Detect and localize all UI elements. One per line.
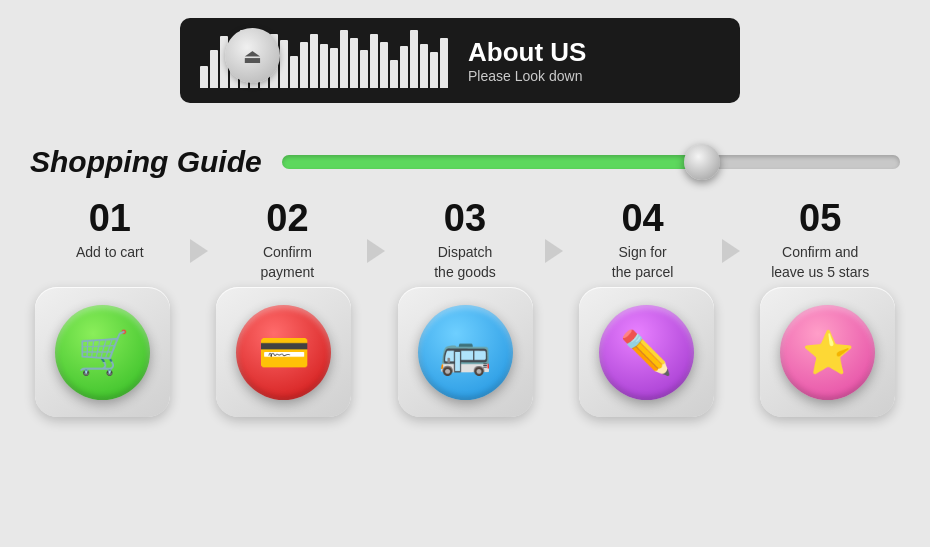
slider-thumb[interactable] bbox=[684, 144, 720, 180]
banner-text: About US Please Look down bbox=[468, 37, 586, 84]
eject-button[interactable]: ⏏ bbox=[225, 28, 280, 83]
eq-bar bbox=[410, 30, 418, 88]
icon-circle-2: 💳 bbox=[236, 305, 331, 400]
arrow-icon-3 bbox=[545, 239, 563, 263]
icon-box-3[interactable]: 🚌 bbox=[398, 287, 533, 417]
eq-bar bbox=[200, 66, 208, 88]
step-label-4: Sign for the parcel bbox=[612, 243, 673, 282]
step-col-2: 02Confirm payment bbox=[208, 199, 368, 282]
arrow-icon-1 bbox=[190, 239, 208, 263]
eq-bar bbox=[360, 50, 368, 88]
eq-bar bbox=[440, 38, 448, 88]
step-number-3: 03 bbox=[444, 199, 486, 237]
eq-bar bbox=[400, 46, 408, 88]
eq-bar bbox=[430, 52, 438, 88]
icon-circle-1: 🛒 bbox=[55, 305, 150, 400]
step-col-5: 05Confirm and leave us 5 stars bbox=[740, 199, 900, 282]
eq-bar bbox=[320, 44, 328, 88]
eq-bar bbox=[350, 38, 358, 88]
step-col-3: 03Dispatch the goods bbox=[385, 199, 545, 282]
step-number-4: 04 bbox=[621, 199, 663, 237]
shopping-guide-section: Shopping Guide 01Add to cart02Confirm pa… bbox=[30, 145, 900, 417]
icon-box-1[interactable]: 🛒 bbox=[35, 287, 170, 417]
arrow-4 bbox=[722, 199, 740, 263]
eq-bar bbox=[340, 30, 348, 88]
eq-bar bbox=[330, 48, 338, 88]
eq-bar bbox=[390, 60, 398, 88]
arrow-icon-4 bbox=[722, 239, 740, 263]
eq-bar bbox=[310, 34, 318, 88]
banner-title: About US bbox=[468, 37, 586, 68]
icon-box-2[interactable]: 💳 bbox=[216, 287, 351, 417]
step-col-4: 04Sign for the parcel bbox=[563, 199, 723, 282]
steps-container: 01Add to cart02Confirm payment03Dispatch… bbox=[30, 199, 900, 282]
step-label-3: Dispatch the goods bbox=[434, 243, 496, 282]
eq-bar bbox=[280, 40, 288, 88]
eq-bar bbox=[370, 34, 378, 88]
eq-bar bbox=[380, 42, 388, 88]
step-label-5: Confirm and leave us 5 stars bbox=[771, 243, 869, 282]
eq-bar bbox=[420, 44, 428, 88]
eq-bar bbox=[300, 42, 308, 88]
step-number-5: 05 bbox=[799, 199, 841, 237]
step-label-1: Add to cart bbox=[76, 243, 144, 263]
step-label-2: Confirm payment bbox=[261, 243, 315, 282]
step-number-2: 02 bbox=[266, 199, 308, 237]
eject-icon: ⏏ bbox=[243, 44, 262, 68]
step-number-1: 01 bbox=[89, 199, 131, 237]
arrow-1 bbox=[190, 199, 208, 263]
icon-circle-5: ⭐ bbox=[780, 305, 875, 400]
slider-track[interactable] bbox=[282, 155, 900, 169]
icons-row: 🛒💳🚌✏️⭐ bbox=[30, 287, 900, 417]
icon-circle-4: ✏️ bbox=[599, 305, 694, 400]
icon-circle-3: 🚌 bbox=[418, 305, 513, 400]
banner-subtitle: Please Look down bbox=[468, 68, 586, 84]
step-col-1: 01Add to cart bbox=[30, 199, 190, 263]
arrow-2 bbox=[367, 199, 385, 263]
arrow-3 bbox=[545, 199, 563, 263]
eq-bar bbox=[290, 56, 298, 88]
icon-box-4[interactable]: ✏️ bbox=[579, 287, 714, 417]
guide-title: Shopping Guide bbox=[30, 145, 262, 179]
eq-bar bbox=[210, 50, 218, 88]
arrow-icon-2 bbox=[367, 239, 385, 263]
icon-box-5[interactable]: ⭐ bbox=[760, 287, 895, 417]
guide-header: Shopping Guide bbox=[30, 145, 900, 179]
